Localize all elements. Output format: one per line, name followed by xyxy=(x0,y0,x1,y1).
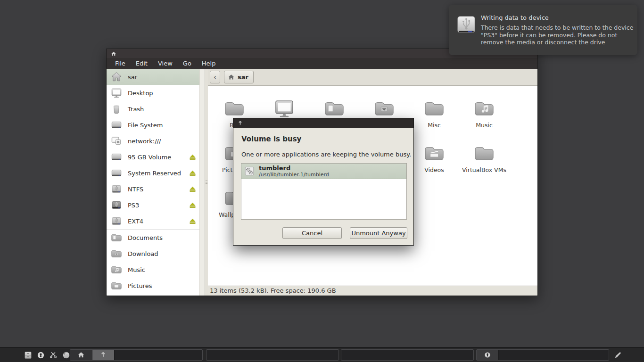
path-button[interactable]: sar xyxy=(224,71,254,83)
file-item-videos[interactable]: Videos xyxy=(411,142,458,173)
hard-drive-icon xyxy=(110,167,123,179)
sidebar-item-home[interactable]: sar xyxy=(107,69,199,85)
eject-icon[interactable] xyxy=(189,169,197,177)
status-text: 13 items (53.2 kB), Free space: 190.6 GB xyxy=(210,287,336,294)
scissors-icon xyxy=(49,351,58,360)
task-button-tor-window[interactable] xyxy=(477,350,499,360)
thunar-icon xyxy=(237,120,243,126)
task-button-home-window[interactable] xyxy=(70,350,92,360)
status-bar: 13 items (53.2 kB), Free space: 190.6 GB xyxy=(208,286,537,296)
folder-icon xyxy=(473,142,495,165)
usb-drive-icon xyxy=(110,183,123,195)
sidebar-item-filesystem[interactable]: File System xyxy=(107,117,199,133)
sidebar-item-download[interactable]: Download xyxy=(107,246,199,262)
menu-help[interactable]: Help xyxy=(197,60,221,67)
window-list-workspace-3[interactable] xyxy=(341,349,474,361)
videos-folder-icon xyxy=(423,142,446,165)
home-icon xyxy=(110,71,123,83)
cabinet-icon xyxy=(24,351,33,360)
folder-icon xyxy=(423,97,446,120)
screenshot-tool-launcher[interactable] xyxy=(48,350,59,361)
window-list-workspace-1 xyxy=(70,349,203,361)
device-notification[interactable]: Writing data to device There is data tha… xyxy=(449,5,637,55)
sidebar-item-ps3[interactable]: PS3 xyxy=(107,197,199,213)
eject-icon[interactable] xyxy=(189,153,197,161)
network-icon xyxy=(110,135,123,147)
monitor-icon xyxy=(273,97,296,120)
volume-busy-dialog: Volume is busy One or more applications … xyxy=(233,118,414,246)
separator-grip xyxy=(206,180,207,185)
eject-icon[interactable] xyxy=(189,217,197,225)
sidebar-item-network[interactable]: network:/// xyxy=(107,133,199,149)
monitor-icon xyxy=(110,87,123,99)
file-item-music[interactable]: Music xyxy=(461,97,508,129)
sidebar-item-ntfs[interactable]: NTFS xyxy=(107,181,199,197)
home-icon xyxy=(111,51,116,57)
thunar-icon xyxy=(99,351,107,359)
unmount-anyway-button[interactable]: Unmount Anyway xyxy=(350,227,407,239)
home-icon xyxy=(228,74,235,81)
music-folder-icon xyxy=(473,97,495,120)
sidebar-item-trash[interactable]: Trash xyxy=(107,101,199,117)
eject-icon[interactable] xyxy=(189,201,197,209)
pictures-folder-icon xyxy=(110,280,123,292)
back-button[interactable]: ‹ xyxy=(210,71,220,83)
menu-view[interactable]: View xyxy=(153,60,178,67)
notification-body: There is data that needs to be written t… xyxy=(481,24,634,46)
download-folder-icon xyxy=(373,97,396,120)
dialog-titlebar[interactable] xyxy=(233,118,413,128)
process-row-tumblerd[interactable]: tumblerd /usr/lib/tumbler-1/tumblerd xyxy=(241,164,406,179)
task-button-thunar-active[interactable] xyxy=(92,350,115,360)
hard-drive-icon xyxy=(110,119,123,131)
download-folder-icon xyxy=(110,247,123,260)
process-path: /usr/lib/tumbler-1/tumblerd xyxy=(259,172,329,178)
documents-folder-icon xyxy=(323,97,346,120)
file-item-virtualbox[interactable]: VirtualBox VMs xyxy=(461,142,508,173)
tor-browser-launcher[interactable] xyxy=(35,350,46,361)
cancel-button[interactable]: Cancel xyxy=(282,227,342,239)
taskbar xyxy=(0,347,644,362)
sidebar-item-desktop[interactable]: Desktop xyxy=(107,85,199,101)
window-list-workspace-2[interactable] xyxy=(206,349,339,361)
usb-drive-icon xyxy=(110,215,123,227)
menu-edit[interactable]: Edit xyxy=(131,60,153,67)
toolbar: ‹ sar xyxy=(208,69,537,86)
menu-go[interactable]: Go xyxy=(178,60,197,67)
usb-drive-icon xyxy=(110,199,123,211)
blocking-process-list[interactable]: tumblerd /usr/lib/tumbler-1/tumblerd xyxy=(241,163,407,220)
file-manager-launcher[interactable] xyxy=(23,350,33,361)
sidebar-item-pictures[interactable]: Pictures xyxy=(107,278,199,294)
file-item-misc[interactable]: Misc xyxy=(411,97,458,129)
trash-icon xyxy=(110,103,123,115)
path-label: sar xyxy=(238,74,248,81)
notification-title: Writing data to device xyxy=(481,14,634,21)
music-folder-icon xyxy=(110,263,123,276)
launcher-group xyxy=(23,348,72,362)
window-list-workspace-4 xyxy=(476,349,609,361)
keyhole-circle-icon xyxy=(36,351,45,360)
sidebar-item-95gb-volume[interactable]: 95 GB Volume xyxy=(107,149,199,165)
hard-drive-icon xyxy=(110,151,123,163)
pen-icon[interactable] xyxy=(613,351,622,360)
sidebar-item-system-reserved[interactable]: System Reserved xyxy=(107,165,199,181)
documents-folder-icon xyxy=(110,231,123,244)
keyhole-circle-icon xyxy=(484,351,491,359)
eject-icon[interactable] xyxy=(189,185,197,193)
process-name: tumblerd xyxy=(259,165,329,172)
sidebar-item-ext4[interactable]: EXT4 xyxy=(107,213,199,229)
menu-file[interactable]: File xyxy=(110,60,131,67)
sidebar-scrollbar[interactable] xyxy=(199,69,205,296)
home-icon xyxy=(77,351,85,359)
menu-bar: File Edit View Go Help xyxy=(107,58,537,69)
sidebar-item-documents[interactable]: Documents xyxy=(107,230,199,246)
dialog-heading: Volume is busy xyxy=(241,135,413,143)
sidebar: sar Desktop Trash File System network://… xyxy=(107,69,199,296)
sidebar-item-music[interactable]: Music xyxy=(107,262,199,278)
folder-icon xyxy=(223,97,246,120)
dialog-message: One or more applications are keeping the… xyxy=(241,151,413,158)
usb-drive-icon xyxy=(455,14,477,36)
gears-app-icon xyxy=(244,166,255,176)
